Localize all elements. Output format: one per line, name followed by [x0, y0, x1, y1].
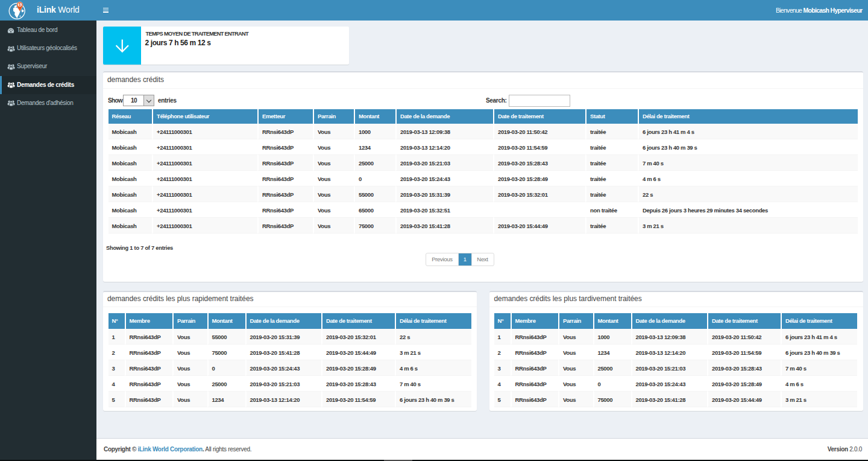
svg-text:$: $: [19, 2, 21, 7]
